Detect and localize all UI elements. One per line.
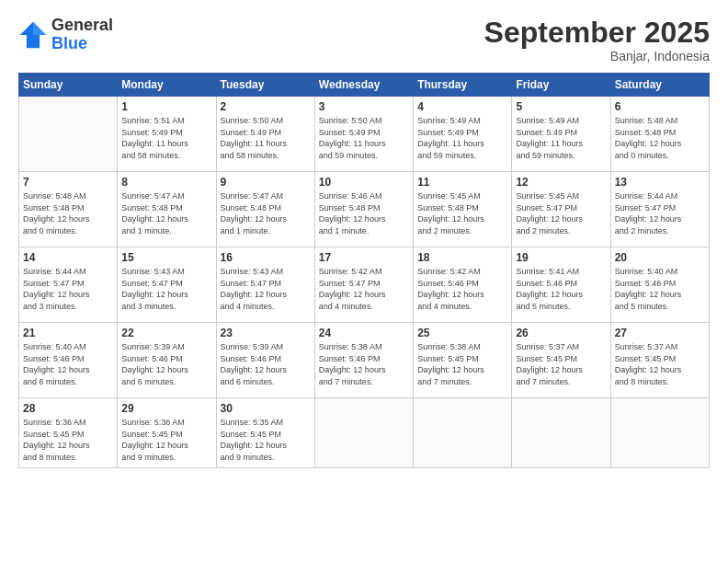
day-info: Sunrise: 5:48 AM Sunset: 5:48 PM Dayligh… <box>23 190 113 236</box>
day-number: 18 <box>417 251 507 264</box>
day-number: 21 <box>23 327 113 339</box>
day-info: Sunrise: 5:39 AM Sunset: 5:46 PM Dayligh… <box>121 341 211 387</box>
day-info: Sunrise: 5:44 AM Sunset: 5:47 PM Dayligh… <box>615 190 705 236</box>
calendar-cell: 8Sunrise: 5:47 AM Sunset: 5:48 PM Daylig… <box>118 172 216 247</box>
calendar-cell: 17Sunrise: 5:42 AM Sunset: 5:47 PM Dayli… <box>314 247 413 323</box>
day-info: Sunrise: 5:51 AM Sunset: 5:49 PM Dayligh… <box>121 115 211 161</box>
day-info: Sunrise: 5:36 AM Sunset: 5:45 PM Dayligh… <box>121 417 211 463</box>
col-friday: Friday <box>512 74 610 97</box>
calendar-table: Sunday Monday Tuesday Wednesday Thursday… <box>18 73 710 467</box>
day-number: 2 <box>221 100 311 113</box>
calendar-cell: 6Sunrise: 5:48 AM Sunset: 5:48 PM Daylig… <box>610 97 709 172</box>
day-number: 25 <box>417 327 507 339</box>
day-info: Sunrise: 5:43 AM Sunset: 5:47 PM Dayligh… <box>121 266 211 312</box>
day-number: 23 <box>221 327 311 339</box>
calendar-cell: 26Sunrise: 5:37 AM Sunset: 5:45 PM Dayli… <box>512 323 610 398</box>
calendar-cell: 22Sunrise: 5:39 AM Sunset: 5:46 PM Dayli… <box>118 323 216 398</box>
day-info: Sunrise: 5:42 AM Sunset: 5:46 PM Dayligh… <box>417 266 507 312</box>
day-info: Sunrise: 5:47 AM Sunset: 5:48 PM Dayligh… <box>221 190 311 236</box>
day-info: Sunrise: 5:38 AM Sunset: 5:45 PM Dayligh… <box>417 341 507 387</box>
day-info: Sunrise: 5:47 AM Sunset: 5:48 PM Dayligh… <box>121 190 211 236</box>
calendar-week-row: 1Sunrise: 5:51 AM Sunset: 5:49 PM Daylig… <box>19 97 710 172</box>
day-info: Sunrise: 5:46 AM Sunset: 5:48 PM Dayligh… <box>319 190 409 236</box>
day-number: 14 <box>23 251 113 264</box>
calendar-cell: 12Sunrise: 5:45 AM Sunset: 5:47 PM Dayli… <box>512 172 610 247</box>
day-number: 4 <box>417 100 507 113</box>
day-number: 6 <box>615 100 705 113</box>
calendar-cell: 30Sunrise: 5:35 AM Sunset: 5:45 PM Dayli… <box>216 398 314 467</box>
calendar-cell: 15Sunrise: 5:43 AM Sunset: 5:47 PM Dayli… <box>118 247 216 323</box>
day-number: 20 <box>615 251 705 264</box>
day-info: Sunrise: 5:40 AM Sunset: 5:46 PM Dayligh… <box>615 266 705 312</box>
logo-icon <box>18 20 48 50</box>
calendar-cell: 27Sunrise: 5:37 AM Sunset: 5:45 PM Dayli… <box>610 323 709 398</box>
day-info: Sunrise: 5:37 AM Sunset: 5:45 PM Dayligh… <box>615 341 705 387</box>
calendar-cell: 11Sunrise: 5:45 AM Sunset: 5:48 PM Dayli… <box>414 172 512 247</box>
day-info: Sunrise: 5:41 AM Sunset: 5:46 PM Dayligh… <box>516 266 606 312</box>
calendar-cell <box>414 398 512 467</box>
day-number: 8 <box>121 176 211 189</box>
day-number: 27 <box>615 327 705 339</box>
col-monday: Monday <box>118 74 216 97</box>
location-subtitle: Banjar, Indonesia <box>484 49 710 63</box>
calendar-header-row: Sunday Monday Tuesday Wednesday Thursday… <box>19 74 710 97</box>
day-info: Sunrise: 5:35 AM Sunset: 5:45 PM Dayligh… <box>221 417 311 463</box>
calendar-cell <box>314 398 413 467</box>
calendar-cell: 24Sunrise: 5:38 AM Sunset: 5:46 PM Dayli… <box>314 323 413 398</box>
calendar-cell: 10Sunrise: 5:46 AM Sunset: 5:48 PM Dayli… <box>314 172 413 247</box>
day-number: 29 <box>121 402 211 415</box>
calendar-week-row: 7Sunrise: 5:48 AM Sunset: 5:48 PM Daylig… <box>19 172 710 247</box>
calendar-cell <box>19 97 118 172</box>
day-number: 11 <box>417 176 507 189</box>
day-number: 19 <box>516 251 606 264</box>
day-number: 26 <box>516 327 606 339</box>
day-number: 22 <box>121 327 211 339</box>
col-wednesday: Wednesday <box>314 74 413 97</box>
calendar-cell: 21Sunrise: 5:40 AM Sunset: 5:46 PM Dayli… <box>19 323 118 398</box>
calendar-cell: 7Sunrise: 5:48 AM Sunset: 5:48 PM Daylig… <box>19 172 118 247</box>
day-info: Sunrise: 5:37 AM Sunset: 5:45 PM Dayligh… <box>516 341 606 387</box>
day-number: 16 <box>221 251 311 264</box>
day-number: 7 <box>23 176 113 189</box>
day-info: Sunrise: 5:44 AM Sunset: 5:47 PM Dayligh… <box>23 266 113 312</box>
day-info: Sunrise: 5:40 AM Sunset: 5:46 PM Dayligh… <box>23 341 113 387</box>
day-number: 12 <box>516 176 606 189</box>
day-info: Sunrise: 5:48 AM Sunset: 5:48 PM Dayligh… <box>615 115 705 161</box>
calendar-cell: 3Sunrise: 5:50 AM Sunset: 5:49 PM Daylig… <box>314 97 413 172</box>
day-number: 28 <box>23 402 113 415</box>
calendar-cell: 29Sunrise: 5:36 AM Sunset: 5:45 PM Dayli… <box>118 398 216 467</box>
calendar-cell: 4Sunrise: 5:49 AM Sunset: 5:49 PM Daylig… <box>414 97 512 172</box>
calendar-cell: 9Sunrise: 5:47 AM Sunset: 5:48 PM Daylig… <box>216 172 314 247</box>
day-number: 24 <box>319 327 409 339</box>
month-title: September 2025 <box>484 17 710 49</box>
calendar-cell: 20Sunrise: 5:40 AM Sunset: 5:46 PM Dayli… <box>610 247 709 323</box>
day-info: Sunrise: 5:49 AM Sunset: 5:49 PM Dayligh… <box>516 115 606 161</box>
page: General Blue September 2025 Banjar, Indo… <box>0 0 728 563</box>
col-saturday: Saturday <box>610 74 709 97</box>
logo-blue-text: Blue <box>51 34 87 52</box>
day-number: 17 <box>319 251 409 264</box>
col-thursday: Thursday <box>414 74 512 97</box>
header: General Blue September 2025 Banjar, Indo… <box>18 17 710 63</box>
day-info: Sunrise: 5:50 AM Sunset: 5:49 PM Dayligh… <box>221 115 311 161</box>
calendar-cell: 25Sunrise: 5:38 AM Sunset: 5:45 PM Dayli… <box>414 323 512 398</box>
logo: General Blue <box>18 17 113 53</box>
day-number: 30 <box>221 402 311 415</box>
day-number: 10 <box>319 176 409 189</box>
day-info: Sunrise: 5:38 AM Sunset: 5:46 PM Dayligh… <box>319 341 409 387</box>
day-number: 9 <box>221 176 311 189</box>
day-info: Sunrise: 5:45 AM Sunset: 5:47 PM Dayligh… <box>516 190 606 236</box>
day-info: Sunrise: 5:49 AM Sunset: 5:49 PM Dayligh… <box>417 115 507 161</box>
calendar-cell: 16Sunrise: 5:43 AM Sunset: 5:47 PM Dayli… <box>216 247 314 323</box>
calendar-cell: 13Sunrise: 5:44 AM Sunset: 5:47 PM Dayli… <box>610 172 709 247</box>
calendar-cell: 14Sunrise: 5:44 AM Sunset: 5:47 PM Dayli… <box>19 247 118 323</box>
svg-marker-1 <box>33 22 46 35</box>
day-number: 1 <box>121 100 211 113</box>
calendar-cell: 5Sunrise: 5:49 AM Sunset: 5:49 PM Daylig… <box>512 97 610 172</box>
calendar-cell: 1Sunrise: 5:51 AM Sunset: 5:49 PM Daylig… <box>118 97 216 172</box>
day-info: Sunrise: 5:45 AM Sunset: 5:48 PM Dayligh… <box>417 190 507 236</box>
calendar-cell <box>610 398 709 467</box>
title-block: September 2025 Banjar, Indonesia <box>484 17 710 63</box>
calendar-week-row: 14Sunrise: 5:44 AM Sunset: 5:47 PM Dayli… <box>19 247 710 323</box>
col-tuesday: Tuesday <box>216 74 314 97</box>
